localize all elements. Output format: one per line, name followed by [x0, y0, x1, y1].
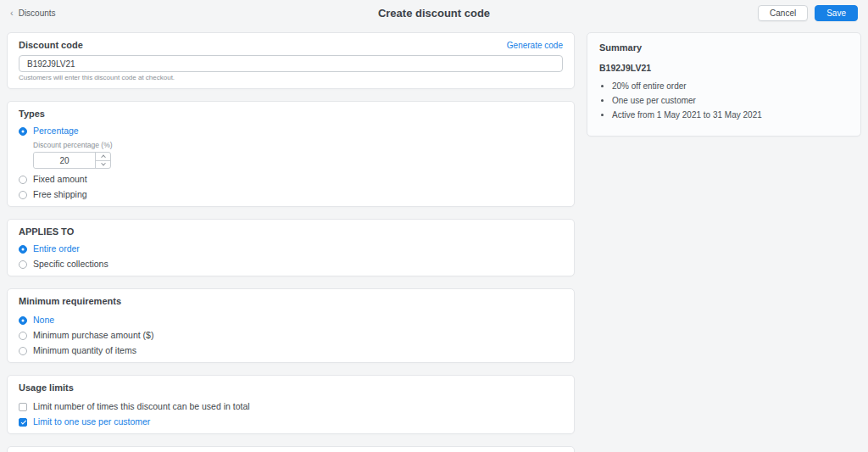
card-minimum-requirements: Minimum requirements None Minimum purcha…	[7, 288, 575, 363]
back-chevron-icon: ‹	[10, 8, 14, 18]
card-applies-to: APPLIES TO Entire order Specific collect…	[7, 219, 575, 276]
radio-label: Minimum quantity of items	[33, 346, 136, 355]
checkbox-limit-total-uses[interactable]: Limit number of times this discount can …	[19, 402, 563, 411]
main-column: Discount code Generate code Customers wi…	[7, 32, 575, 452]
checkbox-label: Limit number of times this discount can …	[33, 402, 250, 411]
summary-item: 20% off entire order	[612, 81, 849, 91]
radio-minimum-quantity[interactable]: Minimum quantity of items	[19, 346, 563, 355]
radio-label: Fixed amount	[33, 175, 87, 184]
checkbox-limit-one-per-customer[interactable]: Limit to one use per customer	[19, 417, 563, 427]
radio-specific-collections[interactable]: Specific collections	[19, 259, 563, 269]
summary-item: Active from 1 May 2021 to 31 May 2021	[612, 110, 849, 120]
page-content: Discount code Generate code Customers wi…	[0, 25, 868, 452]
radio-icon	[19, 176, 27, 184]
breadcrumb-label: Discounts	[19, 8, 56, 18]
applies-to-title: APPLIES TO	[19, 226, 563, 237]
discount-code-input[interactable]	[19, 55, 563, 72]
radio-label: Minimum purchase amount ($)	[33, 331, 153, 340]
radio-minimum-purchase-amount[interactable]: Minimum purchase amount ($)	[19, 331, 563, 340]
radio-free-shipping[interactable]: Free shipping	[19, 190, 563, 199]
radio-label: None	[33, 315, 54, 325]
minimum-requirements-title: Minimum requirements	[19, 296, 563, 306]
card-usage-limits: Usage limits Limit number of times this …	[7, 375, 575, 434]
summary-title: Summary	[599, 42, 849, 53]
save-button[interactable]: Save	[815, 5, 858, 21]
checkbox-icon	[19, 418, 27, 427]
chevron-up-icon	[101, 155, 106, 160]
breadcrumb-back-discounts[interactable]: ‹ Discounts	[10, 8, 56, 18]
card-active-dates: Active dates 2021-05-01 00:00:00 to 2021…	[7, 446, 575, 452]
radio-none[interactable]: None	[19, 315, 563, 325]
summary-column: Summary B192J9LV21 20% off entire order …	[587, 32, 861, 137]
radio-icon	[19, 260, 27, 269]
percentage-input[interactable]	[34, 153, 95, 168]
radio-label: Percentage	[33, 126, 79, 136]
radio-icon	[19, 245, 27, 254]
types-title: Types	[19, 109, 563, 119]
discount-code-helper: Customers will enter this discount code …	[19, 75, 563, 81]
chevron-down-icon	[101, 161, 106, 166]
stepper-up-button[interactable]	[96, 153, 110, 161]
page-header: ‹ Discounts Create discount code Cancel …	[0, 0, 868, 25]
stepper-down-button[interactable]	[96, 161, 110, 169]
discount-code-title: Discount code	[19, 40, 83, 50]
card-types: Types Percentage Discount percentage (%)	[7, 101, 575, 207]
percentage-field: Discount percentage (%)	[33, 141, 563, 169]
summary-discount-code: B192J9LV21	[599, 63, 849, 73]
page-title: Create discount code	[0, 7, 868, 20]
radio-entire-order[interactable]: Entire order	[19, 244, 563, 254]
cancel-button[interactable]: Cancel	[758, 5, 808, 21]
card-summary: Summary B192J9LV21 20% off entire order …	[587, 32, 861, 137]
radio-icon	[19, 127, 27, 136]
radio-icon	[19, 347, 27, 355]
radio-icon	[19, 332, 27, 340]
percentage-stepper	[33, 152, 111, 169]
checkbox-label: Limit to one use per customer	[33, 417, 150, 427]
usage-limits-title: Usage limits	[19, 382, 563, 393]
summary-item: One use per customer	[612, 96, 849, 105]
radio-icon	[19, 191, 27, 199]
generate-code-link[interactable]: Generate code	[507, 41, 563, 50]
radio-icon	[19, 316, 27, 325]
header-actions: Cancel Save	[758, 5, 858, 21]
card-discount-code: Discount code Generate code Customers wi…	[7, 32, 575, 89]
checkbox-icon	[19, 403, 27, 411]
radio-fixed-amount[interactable]: Fixed amount	[19, 175, 563, 184]
radio-label: Free shipping	[33, 190, 87, 199]
radio-label: Specific collections	[33, 259, 108, 269]
radio-label: Entire order	[33, 244, 80, 254]
radio-percentage[interactable]: Percentage	[19, 126, 563, 136]
summary-bullet-list: 20% off entire order One use per custome…	[599, 81, 849, 120]
percentage-field-label: Discount percentage (%)	[33, 141, 563, 149]
